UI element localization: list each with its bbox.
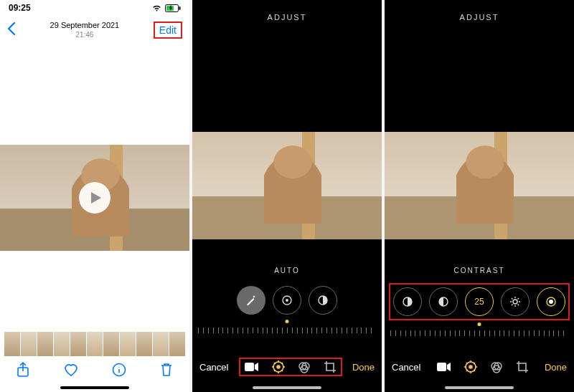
filmstrip-thumb[interactable] <box>169 332 185 356</box>
share-button[interactable] <box>17 362 29 381</box>
home-indicator[interactable] <box>445 386 514 389</box>
adjust-header: ADJUST <box>192 0 382 24</box>
video-preview[interactable] <box>0 145 189 251</box>
heart-icon <box>63 363 79 377</box>
battery-icon <box>165 4 181 12</box>
filters-tab[interactable] <box>490 360 503 373</box>
svg-point-18 <box>549 300 553 304</box>
favorite-button[interactable] <box>63 363 79 380</box>
done-button[interactable]: Done <box>545 362 567 373</box>
slider-marker <box>478 322 481 326</box>
filmstrip-thumb[interactable] <box>70 332 86 356</box>
adjustment-slider[interactable] <box>390 325 568 336</box>
screen-photo-view: 09:25 29 September 2021 21:46 Edit <box>0 0 189 392</box>
adjust-dial-icon <box>272 360 285 373</box>
adjust-dial-icon <box>464 360 477 373</box>
filmstrip-thumb[interactable] <box>87 332 103 356</box>
filmstrip-thumb[interactable] <box>120 332 136 356</box>
filmstrip-thumb[interactable] <box>136 332 152 356</box>
contrast-value: 25 <box>474 297 484 307</box>
dial-highlights[interactable] <box>429 287 458 316</box>
home-indicator[interactable] <box>60 386 129 389</box>
wifi-icon <box>151 4 162 12</box>
adjust-tab[interactable] <box>464 360 477 373</box>
edit-bottom-bar: Cancel Done <box>385 355 574 379</box>
adjustment-dials[interactable]: 25 <box>389 283 570 320</box>
video-icon <box>245 362 259 372</box>
filters-tab[interactable] <box>298 360 311 373</box>
adjustment-dials[interactable] <box>197 283 377 317</box>
trash-icon <box>160 362 173 378</box>
brightness-icon <box>509 295 522 308</box>
svg-point-10 <box>277 365 280 368</box>
filmstrip-thumb[interactable] <box>103 332 119 356</box>
video-icon <box>437 362 451 372</box>
cancel-button[interactable]: Cancel <box>392 362 420 373</box>
crop-tab[interactable] <box>324 360 337 373</box>
dial-brilliance[interactable] <box>393 287 422 316</box>
status-bar: 09:25 <box>0 0 189 16</box>
svg-point-6 <box>286 300 288 301</box>
filmstrip[interactable] <box>4 332 185 356</box>
dial-brightness[interactable] <box>501 287 530 316</box>
status-time: 09:25 <box>9 3 31 13</box>
video-tab[interactable] <box>245 362 259 372</box>
filmstrip-thumb[interactable] <box>153 332 169 356</box>
dial-brilliance[interactable] <box>309 286 337 315</box>
filmstrip-thumb[interactable] <box>54 332 70 356</box>
screen-adjust-auto: ADJUST AUTO Cancel <box>192 0 382 392</box>
adjustment-label: CONTRAST <box>385 267 574 274</box>
crop-icon <box>516 360 529 373</box>
info-button[interactable] <box>112 363 126 380</box>
cat-subject <box>264 145 321 224</box>
filmstrip-thumb[interactable] <box>4 332 20 356</box>
video-preview[interactable] <box>385 132 574 239</box>
filmstrip-thumb[interactable] <box>21 332 37 356</box>
cat-subject <box>456 145 514 224</box>
adjust-header: ADJUST <box>385 0 574 24</box>
video-preview[interactable] <box>192 132 382 239</box>
filters-icon <box>298 360 311 373</box>
back-button[interactable] <box>7 21 16 39</box>
photo-title: 29 September 2021 21:46 <box>50 21 120 39</box>
bottom-toolbar <box>0 360 189 382</box>
info-icon <box>112 363 126 377</box>
done-button[interactable]: Done <box>352 362 375 373</box>
edit-button[interactable]: Edit <box>154 21 182 39</box>
wand-icon <box>245 294 258 307</box>
play-icon <box>90 191 102 204</box>
edit-bottom-bar: Cancel Done <box>192 355 382 379</box>
play-button[interactable] <box>79 182 110 214</box>
edit-mode-tools <box>239 358 342 376</box>
adjustment-slider[interactable] <box>198 322 376 333</box>
dial-exposure[interactable] <box>273 286 301 315</box>
filters-icon <box>490 360 503 373</box>
exposure-icon <box>281 294 293 307</box>
crop-icon <box>324 360 337 373</box>
delete-button[interactable] <box>160 362 173 381</box>
svg-point-21 <box>469 365 472 368</box>
photo-date: 29 September 2021 <box>50 21 120 30</box>
chevron-left-icon <box>7 22 16 35</box>
nav-bar: 29 September 2021 21:46 Edit <box>0 16 189 44</box>
adjust-tab[interactable] <box>272 360 285 373</box>
filmstrip-thumb[interactable] <box>37 332 53 356</box>
video-tab[interactable] <box>437 362 451 372</box>
svg-rect-19 <box>437 363 446 371</box>
half-dark-icon <box>437 295 450 308</box>
dial-auto[interactable] <box>237 286 265 315</box>
svg-rect-1 <box>179 6 181 10</box>
edit-mode-tools <box>433 359 533 375</box>
dial-black-point[interactable] <box>537 287 565 316</box>
photo-time: 21:46 <box>50 31 120 39</box>
cancel-button[interactable]: Cancel <box>199 362 228 373</box>
half-circle-icon <box>316 294 329 307</box>
adjustment-label: AUTO <box>192 267 382 274</box>
slider-marker <box>286 320 289 323</box>
home-indicator[interactable] <box>253 386 321 389</box>
status-icons <box>151 4 181 12</box>
half-circle-icon <box>401 295 414 308</box>
crop-tab[interactable] <box>516 360 529 373</box>
dial-contrast[interactable]: 25 <box>465 287 494 316</box>
share-icon <box>17 362 29 378</box>
